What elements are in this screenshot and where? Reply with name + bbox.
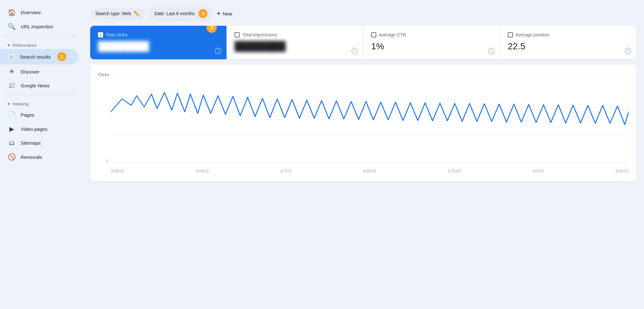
total-clicks-checkbox[interactable] (98, 32, 103, 37)
total-impressions-help[interactable]: ? (351, 48, 358, 54)
average-position-label: Average position (515, 32, 549, 37)
total-impressions-card[interactable]: Total impressions ████████ ? (227, 26, 363, 59)
toolbar: Search type: Web ✏️ Date: Last 6 months … (90, 6, 636, 21)
sidebar-sitemaps-label: Sitemaps (21, 140, 41, 146)
date-chip[interactable]: Date: Last 6 months 2 (149, 6, 213, 21)
chart-svg-wrapper (111, 80, 629, 163)
total-impressions-value: ████████ (235, 41, 355, 52)
performance-section[interactable]: ▾ Performance (0, 39, 82, 49)
sidebar-search-results-label: Search results (20, 54, 51, 60)
search-type-chip[interactable]: Search type: Web ✏️ (90, 8, 145, 19)
sidebar-item-overview[interactable]: 🏠 Overview (0, 5, 79, 19)
performance-label: Performance (13, 43, 36, 48)
indexing-section[interactable]: ▾ Indexing (0, 98, 82, 108)
sidebar-item-video-pages[interactable]: ▶ Video pages (0, 122, 79, 136)
chart-y-label: Clicks (98, 72, 629, 77)
chart-svg (111, 80, 629, 163)
total-impressions-label: Total impressions (242, 32, 277, 37)
average-position-header: Average position (508, 32, 629, 37)
sidebar: 🏠 Overview 🔍 URL inspection ▾ Performanc… (0, 0, 82, 309)
google-news-icon: 📰 (8, 82, 15, 89)
x-label-2: 4/7/23 (281, 169, 291, 173)
sidebar-item-url-inspection[interactable]: 🔍 URL inspection (0, 19, 79, 34)
y-axis: 0 (98, 80, 111, 163)
new-label: New (223, 11, 232, 16)
y-label-bottom: 0 (106, 159, 108, 163)
divider-2 (5, 95, 77, 95)
chevron-down-icon: ▾ (8, 43, 10, 48)
removals-icon: 🚫 (8, 153, 15, 161)
date-label: Date: Last 6 months (154, 11, 195, 16)
main-content: Search type: Web ✏️ Date: Last 6 months … (82, 0, 644, 309)
sidebar-item-sitemaps[interactable]: 🗂 Sitemaps (0, 136, 79, 150)
badge-1: 1 (57, 52, 66, 61)
x-label-3: 4/26/23 (363, 169, 376, 173)
search-icon: 🔍 (8, 23, 15, 30)
badge-2: 2 (198, 9, 207, 18)
metrics-row: 3 Total clicks ████████ ? Total impressi… (90, 26, 636, 59)
average-ctr-header: Average CTR (371, 32, 492, 37)
average-ctr-card[interactable]: Average CTR 1% ? (363, 26, 500, 59)
plus-icon: + (216, 9, 221, 18)
edit-icon: ✏️ (134, 11, 140, 17)
x-axis: 2/28/23 3/19/23 4/7/23 4/26/23 5/15/23 6… (111, 166, 629, 176)
badge-3: 3 (207, 26, 217, 33)
divider-1 (5, 36, 77, 36)
sidebar-discover-label: Discover (21, 69, 39, 74)
google-g-icon: G (8, 53, 15, 60)
indexing-label: Indexing (13, 101, 28, 106)
average-ctr-help[interactable]: ? (488, 48, 495, 54)
average-position-value: 22.5 (508, 41, 629, 52)
new-button[interactable]: + New (216, 9, 232, 18)
average-position-help[interactable]: ? (625, 48, 631, 54)
average-position-checkbox[interactable] (508, 32, 513, 37)
sidebar-url-label: URL inspection (21, 24, 53, 29)
sidebar-item-google-news[interactable]: 📰 Google News (0, 79, 79, 92)
pages-icon: 📄 (8, 111, 15, 119)
average-ctr-checkbox[interactable] (371, 32, 376, 37)
average-position-card[interactable]: Average position 22.5 ? (500, 26, 636, 59)
sidebar-overview-label: Overview (21, 10, 41, 15)
chart-area: 0 2/28/23 3/19/23 4/7/23 4/26/ (98, 80, 629, 176)
total-impressions-checkbox[interactable] (235, 32, 240, 37)
x-label-4: 5/15/23 (448, 169, 461, 173)
sidebar-video-pages-label: Video pages (21, 126, 47, 132)
total-clicks-help[interactable]: ? (215, 48, 221, 54)
average-ctr-label: Average CTR (379, 32, 406, 37)
chevron-down-icon-2: ▾ (8, 101, 10, 106)
discover-icon: ✳ (8, 68, 15, 75)
chart-container: Clicks 0 (90, 64, 636, 181)
sidebar-item-pages[interactable]: 📄 Pages (0, 108, 79, 122)
sidebar-removals-label: Removals (21, 154, 42, 160)
total-impressions-header: Total impressions (235, 32, 355, 37)
total-clicks-card[interactable]: 3 Total clicks ████████ ? (90, 26, 227, 59)
total-clicks-label: Total clicks (106, 32, 128, 37)
sidebar-item-discover[interactable]: ✳ Discover (0, 64, 79, 79)
home-icon: 🏠 (8, 8, 15, 16)
sidebar-item-removals[interactable]: 🚫 Removals (0, 150, 79, 164)
sidebar-item-search-results[interactable]: G Search results 1 (0, 49, 79, 64)
x-label-1: 3/19/23 (196, 169, 208, 173)
total-clicks-value: ████████ (98, 41, 219, 52)
sidebar-google-news-label: Google News (21, 83, 50, 88)
total-clicks-header: Total clicks (98, 32, 219, 37)
x-label-5: 6/3/23 (533, 169, 543, 173)
sitemaps-icon: 🗂 (8, 139, 15, 147)
search-type-label: Search type: Web (95, 11, 131, 16)
x-label-6: 6/22/23 (616, 169, 629, 173)
sidebar-pages-label: Pages (21, 112, 34, 118)
video-pages-icon: ▶ (8, 125, 15, 133)
x-label-0: 2/28/23 (111, 169, 124, 173)
average-ctr-value: 1% (371, 41, 492, 52)
